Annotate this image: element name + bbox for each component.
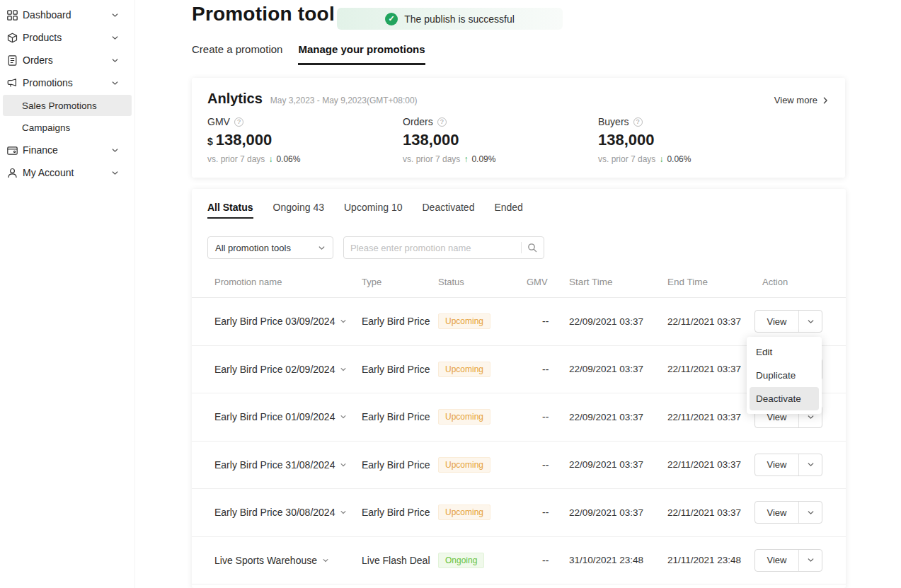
tab-create-promotion[interactable]: Create a promotion — [192, 43, 282, 65]
column-header: Status — [438, 277, 527, 287]
trend-down-icon: ↓ — [659, 154, 663, 164]
metric-compare: vs. prior 7 days ↓ 0.06% — [598, 154, 793, 164]
chevron-down-icon[interactable] — [340, 366, 347, 373]
chevron-down-icon[interactable] — [798, 454, 822, 475]
page-title: Promotion tool — [192, 3, 335, 25]
sidebar-item-finance[interactable]: Finance — [0, 139, 134, 161]
chevron-down-icon[interactable] — [340, 413, 347, 420]
chevron-down-icon[interactable] — [798, 550, 822, 571]
status-tab-all[interactable]: All Status — [207, 202, 253, 219]
menu-item-deactivate[interactable]: Deactivate — [750, 387, 819, 410]
metric-label: Orders — [403, 116, 433, 127]
search-icon[interactable] — [527, 243, 537, 253]
promotions-icon — [6, 77, 18, 89]
sidebar-subitem-label: Campaigns — [22, 122, 70, 133]
status-tab-ongoing[interactable]: Ongoing 43 — [273, 202, 324, 219]
menu-item-edit[interactable]: Edit — [747, 340, 822, 364]
search-input[interactable] — [350, 243, 515, 253]
gmv-value: -- — [527, 411, 569, 422]
column-header: Action — [754, 277, 846, 287]
analytics-date-range: May 3,2023 - May 9,2023(GMT+08:00) — [270, 96, 418, 105]
gmv-value: -- — [527, 507, 569, 518]
metric-value: 138,000 — [403, 131, 598, 149]
menu-item-duplicate[interactable]: Duplicate — [747, 364, 822, 387]
tab-manage-promotions[interactable]: Manage your promotions — [298, 43, 425, 65]
sidebar-item-label: Products — [23, 32, 107, 43]
analytics-metrics: GMV ? $138,000 vs. prior 7 days ↓ 0.06% … — [192, 107, 845, 164]
sidebar-item-dashboard[interactable]: Dashboard — [0, 4, 134, 26]
sidebar-item-label: My Account — [23, 167, 107, 178]
table-controls: All promotion tools — [207, 236, 544, 259]
status-badge: Upcoming — [438, 505, 490, 520]
gmv-value: -- — [527, 555, 569, 566]
toast-message: The publish is successful — [404, 13, 515, 25]
status-badge: Ongoing — [438, 553, 484, 568]
promotion-type: Early Bird Price — [362, 507, 438, 518]
metric-buyers: Buyers ? 138,000 vs. prior 7 days ↓ 0.06… — [598, 116, 793, 164]
account-icon — [6, 167, 18, 179]
view-button[interactable]: View — [754, 501, 822, 524]
dashboard-icon — [6, 9, 18, 21]
status-badge: Upcoming — [438, 362, 490, 377]
promotion-tools-filter[interactable]: All promotion tools — [207, 236, 333, 259]
promotion-name: Early Bird Price 03/09/2024 — [214, 316, 335, 327]
view-button[interactable]: View — [754, 454, 822, 476]
chevron-down-icon[interactable] — [798, 502, 822, 523]
promotion-name: Early Bird Price 02/09/2024 — [214, 364, 335, 375]
start-time: 22/09/2021 03:37 — [569, 412, 667, 422]
chevron-down-icon — [111, 79, 119, 87]
sidebar-subitem-label: Sales Promotions — [22, 100, 97, 111]
start-time: 22/09/2021 03:37 — [569, 507, 667, 518]
status-tab-ended[interactable]: Ended — [494, 202, 522, 219]
sidebar-item-my-account[interactable]: My Account — [0, 161, 134, 184]
column-header: Promotion name — [207, 277, 362, 287]
chevron-down-icon[interactable] — [798, 311, 822, 332]
column-header: GMV — [527, 277, 569, 287]
info-icon[interactable]: ? — [633, 117, 643, 127]
table-header: Promotion name Type Status GMV Start Tim… — [192, 267, 846, 298]
metric-delta: 0.06% — [667, 154, 691, 164]
info-icon[interactable]: ? — [437, 117, 447, 127]
end-time: 21/11/2021 23:48 — [667, 555, 754, 565]
gmv-value: -- — [527, 316, 569, 327]
promotion-name: Live Sports Warehouse — [214, 555, 317, 566]
sidebar-item-sales-promotions[interactable]: Sales Promotions — [3, 95, 132, 116]
metric-compare: vs. prior 7 days ↑ 0.09% — [403, 154, 598, 164]
gmv-value: -- — [527, 459, 569, 471]
view-more-label: View more — [774, 95, 817, 105]
sidebar-item-products[interactable]: Products — [0, 26, 134, 49]
start-time: 22/09/2021 03:37 — [569, 459, 667, 470]
sidebar-item-promotions[interactable]: Promotions — [0, 71, 134, 94]
chevron-down-icon[interactable] — [340, 461, 347, 468]
chevron-down-icon — [111, 57, 119, 64]
promotion-name: Early Bird Price 01/09/2024 — [214, 411, 335, 422]
table-row: Early Bird Price 31/08/2024 Early Bird P… — [192, 442, 846, 490]
chevron-down-icon[interactable] — [340, 318, 347, 325]
status-tabs: All Status Ongoing 43 Upcoming 10 Deacti… — [192, 189, 846, 219]
view-more-link[interactable]: View more — [774, 95, 830, 105]
check-circle-icon: ✓ — [385, 13, 398, 25]
metric-delta: 0.06% — [276, 154, 300, 164]
main-tabs: Create a promotion Manage your promotion… — [192, 43, 425, 65]
view-button[interactable]: View — [754, 310, 822, 333]
column-header: End Time — [667, 277, 754, 287]
start-time: 22/09/2021 03:37 — [569, 364, 667, 374]
chevron-down-icon — [318, 244, 326, 252]
info-icon[interactable]: ? — [234, 117, 243, 127]
status-tab-upcoming[interactable]: Upcoming 10 — [344, 202, 403, 219]
chevron-down-icon[interactable] — [340, 509, 347, 516]
chevron-down-icon[interactable] — [322, 557, 329, 564]
view-button[interactable]: View — [754, 549, 822, 572]
chevron-down-icon — [111, 34, 119, 42]
sidebar-item-label: Dashboard — [23, 9, 107, 21]
end-time: 22/11/2021 03:37 — [667, 412, 754, 422]
analytics-title: Anlytics — [207, 91, 263, 107]
sidebar-item-orders[interactable]: Orders — [0, 49, 134, 71]
metric-delta: 0.09% — [471, 154, 495, 164]
table-row: Early Bird Price 30/08/2024 Early Bird P… — [192, 489, 846, 537]
start-time: 22/09/2021 03:37 — [569, 316, 667, 327]
sidebar-item-campaigns[interactable]: Campaigns — [3, 117, 132, 138]
metric-value: $138,000 — [207, 131, 403, 149]
status-tab-deactivated[interactable]: Deactivated — [422, 202, 474, 219]
metric-label: Buyers — [598, 116, 629, 127]
